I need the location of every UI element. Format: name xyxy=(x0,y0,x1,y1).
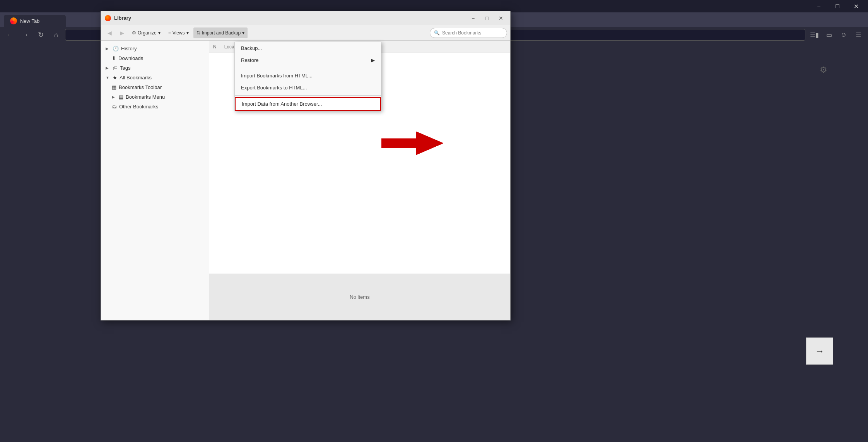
browser-minimize-button[interactable]: − xyxy=(810,0,828,12)
firefox-logo-icon xyxy=(10,17,17,24)
account-icon[interactable]: ☺ xyxy=(837,29,850,41)
title-bar-controls: − □ ✕ xyxy=(810,0,865,12)
sidebar-item-bookmarks-menu[interactable]: ▶ ▤ Bookmarks Menu xyxy=(101,92,209,102)
expand-arrow-icon: ▶ xyxy=(106,46,110,51)
import-browser-label: Import Data from Another Browser... xyxy=(242,101,322,107)
other-bookmarks-icon: 🗂 xyxy=(112,104,117,110)
sidebar-history-label: History xyxy=(121,46,137,51)
import-backup-menu-button[interactable]: ⇅ Import and Backup ▾ xyxy=(193,27,248,38)
name-column-header: N xyxy=(213,44,217,50)
dialog-forward-button[interactable]: ▶ xyxy=(116,27,127,38)
sidebar-item-all-bookmarks[interactable]: ▼ ★ All Bookmarks xyxy=(101,73,209,82)
browser-tab[interactable]: New Tab xyxy=(4,15,66,27)
import-backup-dropdown: Backup... Restore ▶ Import Bookmarks fro… xyxy=(234,42,381,111)
sidebar-bookmarks-menu-label: Bookmarks Menu xyxy=(126,94,165,100)
menu-icon-sidebar: ▤ xyxy=(119,94,123,100)
dialog-close-button[interactable]: ✕ xyxy=(496,14,506,23)
gear-icon[interactable]: ⚙ xyxy=(820,65,827,75)
sidebar-item-history[interactable]: ▶ 🕐 History xyxy=(101,44,209,53)
dialog-back-button[interactable]: ◀ xyxy=(104,27,115,38)
history-clock-icon: 🕐 xyxy=(113,46,119,51)
restore-submenu-arrow-icon: ▶ xyxy=(371,57,375,63)
search-input[interactable] xyxy=(442,30,503,36)
browser-chrome: − □ ✕ New Tab ← → ↻ ⌂ ☰▮ ▭ ☺ ☰ ⚙ → Libr xyxy=(0,0,868,442)
menu-item-export-html[interactable]: Export Bookmarks to HTML... xyxy=(235,82,381,94)
refresh-button[interactable]: ↻ xyxy=(34,29,47,41)
forward-button[interactable]: → xyxy=(19,29,32,41)
import-html-label: Import Bookmarks from HTML... xyxy=(241,73,313,79)
organize-arrow-icon: ▾ xyxy=(158,30,161,36)
dialog-title-bar: Library − □ ✕ xyxy=(101,11,510,25)
sidebar-toggle-icon[interactable]: ▭ xyxy=(822,29,836,41)
backup-label: Backup... xyxy=(241,45,262,51)
import-arrow-icon: ▾ xyxy=(242,30,244,36)
sidebar-downloads-label: Downloads xyxy=(118,55,143,61)
sidebar-all-bookmarks-label: All Bookmarks xyxy=(120,75,152,81)
views-label: Views xyxy=(173,30,185,36)
menu-item-backup[interactable]: Backup... xyxy=(235,42,381,54)
sidebar-bookmarks-toolbar-label: Bookmarks Toolbar xyxy=(119,84,162,90)
dialog-firefox-icon xyxy=(105,15,111,21)
sidebar-item-tags[interactable]: ▶ 🏷 Tags xyxy=(101,63,209,73)
sidebar-item-bookmarks-toolbar[interactable]: ▦ Bookmarks Toolbar xyxy=(101,82,209,92)
browser-maximize-button[interactable]: □ xyxy=(829,0,846,12)
organize-icon: ⚙ xyxy=(132,30,136,36)
download-icon: ⬇ xyxy=(112,55,116,61)
no-items-panel: No items xyxy=(209,274,510,320)
dialog-title: Library xyxy=(114,15,465,21)
browser-close-button[interactable]: ✕ xyxy=(847,0,865,12)
dialog-toolbar: ◀ ▶ ⚙ Organize ▾ ≡ Views ▾ ⇅ Import and … xyxy=(101,25,510,41)
import-label: Import and Backup xyxy=(202,30,241,36)
menu-item-import-html[interactable]: Import Bookmarks from HTML... xyxy=(235,70,381,82)
sidebar-item-downloads[interactable]: ⬇ Downloads xyxy=(101,53,209,63)
all-bookmarks-arrow-icon: ▼ xyxy=(106,75,110,80)
red-arrow-annotation xyxy=(381,132,443,155)
bookmarks-shelf-icon[interactable]: ☰▮ xyxy=(808,29,821,41)
library-sidebar: ▶ 🕐 History ⬇ Downloads ▶ 🏷 Tags ▼ ★ All xyxy=(101,41,209,320)
tags-expand-arrow-icon: ▶ xyxy=(106,66,110,70)
menu-item-restore[interactable]: Restore ▶ xyxy=(235,54,381,66)
tag-icon: 🏷 xyxy=(113,65,118,71)
svg-marker-0 xyxy=(381,132,443,155)
tab-label: New Tab xyxy=(20,18,39,24)
sidebar-item-other-bookmarks[interactable]: 🗂 Other Bookmarks xyxy=(101,102,209,111)
back-button[interactable]: ← xyxy=(3,29,16,41)
import-icon: ⇅ xyxy=(196,30,200,36)
search-box[interactable]: 🔍 xyxy=(430,28,507,38)
no-items-label: No items xyxy=(350,294,369,300)
forward-arrow-panel[interactable]: → xyxy=(806,337,833,365)
home-button[interactable]: ⌂ xyxy=(50,29,63,41)
dialog-maximize-button[interactable]: □ xyxy=(482,14,492,23)
sidebar-other-bookmarks-label: Other Bookmarks xyxy=(119,104,158,110)
views-icon: ≡ xyxy=(168,30,171,36)
restore-label: Restore xyxy=(241,57,259,63)
menu-separator-2 xyxy=(235,95,381,96)
organize-menu-button[interactable]: ⚙ Organize ▾ xyxy=(129,27,164,38)
export-html-label: Export Bookmarks to HTML... xyxy=(241,85,307,91)
toolbar-right: ☰▮ ▭ ☺ ☰ xyxy=(808,29,865,41)
star-icon: ★ xyxy=(113,75,117,81)
search-icon: 🔍 xyxy=(434,30,440,36)
views-menu-button[interactable]: ≡ Views ▾ xyxy=(165,27,192,38)
menu-item-import-browser[interactable]: Import Data from Another Browser... xyxy=(235,97,381,111)
dialog-minimize-button[interactable]: − xyxy=(468,14,478,23)
menu-icon[interactable]: ☰ xyxy=(852,29,865,41)
menu-separator-1 xyxy=(235,68,381,68)
bookmarks-menu-arrow-icon: ▶ xyxy=(112,95,116,99)
views-arrow-icon: ▾ xyxy=(186,30,189,36)
organize-label: Organize xyxy=(138,30,157,36)
sidebar-tags-label: Tags xyxy=(120,65,130,71)
toolbar-icon-sidebar: ▦ xyxy=(112,84,116,90)
